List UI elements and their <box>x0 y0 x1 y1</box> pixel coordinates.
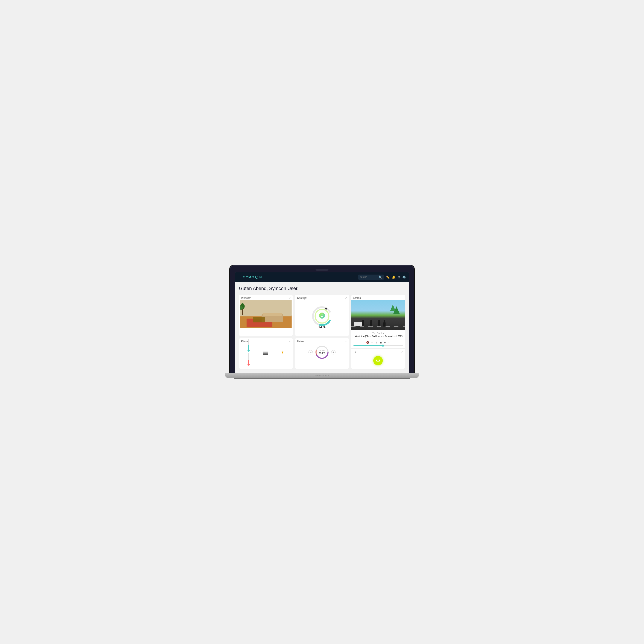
bell-icon[interactable]: 🔔 <box>392 275 395 279</box>
webcam-svg <box>239 300 293 328</box>
laptop-base: MacBook Pro <box>225 373 419 378</box>
figure-3 <box>378 322 380 327</box>
tree-2 <box>390 305 395 311</box>
webcam-image <box>239 300 293 328</box>
road-line <box>351 327 405 327</box>
brand-o-icon <box>255 276 258 279</box>
heizen-card: Heizen ⤢ − <box>295 338 349 369</box>
stereo-title: Stereo <box>353 296 361 299</box>
prev-button[interactable]: ⏮ <box>371 341 374 344</box>
spotlight-card-header: Spotlight ⤢ <box>295 295 349 300</box>
stereo-artist: The Beatles <box>353 332 403 334</box>
progress-bar-track[interactable] <box>353 345 403 346</box>
stereo-expand-icon[interactable]: ⤢ <box>388 341 390 344</box>
laptop-screen: ☰ SYMCN 🔍 ✏️ 🔔 ⊞ ⚙️ <box>230 265 414 373</box>
laptop-foot <box>234 378 410 379</box>
laptop-notch <box>316 269 328 271</box>
edit-icon[interactable]: ✏️ <box>386 275 390 279</box>
heizen-minus-button[interactable]: − <box>308 350 313 354</box>
stop-button[interactable]: ⏹ <box>380 341 382 344</box>
hamburger-icon[interactable]: ☰ <box>238 275 241 279</box>
tv-power-icon: ⏻ <box>376 358 380 363</box>
dashboard-grid: Webcam ⤢ <box>239 295 405 369</box>
spotlight-expand-icon[interactable]: ⤢ <box>345 296 347 299</box>
plissee-card: Plissee ⤢ <box>239 338 293 369</box>
brand-logo: SYMCN <box>243 275 262 279</box>
heizen-title: Heizen <box>297 340 305 343</box>
blind-line-3 <box>263 352 268 352</box>
sun-icon: ☀ <box>281 350 284 355</box>
spotlight-power-button[interactable]: ⏻ <box>319 313 325 319</box>
brand-n-text: N <box>259 275 262 279</box>
greeting-text: Guten Abend, Symcon User. <box>239 286 405 291</box>
navbar-left: ☰ SYMCN <box>238 275 358 279</box>
plissee-bulb2 <box>248 363 250 366</box>
plissee-bar2 <box>248 353 249 364</box>
tv-power-button[interactable]: ⏻ <box>373 356 383 365</box>
pause-button[interactable]: ⏸ <box>375 341 378 344</box>
tv-title: TV <box>353 350 357 353</box>
spotlight-gauge-container: ⏻ 24 % <box>295 300 349 336</box>
laptop-wrapper: ☰ SYMCN 🔍 ✏️ 🔔 ⊞ ⚙️ <box>230 265 414 379</box>
figure-2 <box>370 322 372 327</box>
tv-expand-icon[interactable]: ⤢ <box>401 350 403 353</box>
heizen-temp-display: 19.5°C 20.0°C <box>319 350 325 355</box>
grid-icon[interactable]: ⊞ <box>398 275 400 279</box>
heizen-plus-button[interactable]: + <box>331 350 336 354</box>
stereo-song: I Want You (She's So Heavy) – Remastered… <box>353 335 403 338</box>
blind-line-5 <box>263 354 268 355</box>
webcam-expand-icon[interactable]: ⤢ <box>289 296 291 299</box>
plissee-card-header: Plissee ⤢ <box>239 338 293 344</box>
laptop-model: MacBook Pro <box>315 374 329 377</box>
search-input[interactable] <box>360 276 377 279</box>
figure-4 <box>383 322 386 327</box>
search-icon[interactable]: 🔍 <box>378 275 382 279</box>
search-box[interactable]: 🔍 <box>358 275 384 280</box>
webcam-card: Webcam ⤢ <box>239 295 293 336</box>
heizen-expand-icon[interactable]: ⤢ <box>345 340 347 343</box>
webcam-card-header: Webcam ⤢ <box>239 295 293 300</box>
blind-line-1 <box>263 350 268 350</box>
webcam-title: Webcam <box>241 296 251 299</box>
heizen-card-header: Heizen ⤢ <box>295 338 349 344</box>
stereo-info: The Beatles I Want You (She's So Heavy) … <box>351 330 405 340</box>
screen-content: ☰ SYMCN 🔍 ✏️ 🔔 ⊞ ⚙️ <box>235 272 409 373</box>
blind-line-4 <box>263 353 268 354</box>
navbar: ☰ SYMCN 🔍 ✏️ 🔔 ⊞ ⚙️ <box>235 272 409 282</box>
heizen-target-temp: 19.5°C <box>319 350 325 352</box>
spotlight-gauge: ⏻ <box>310 307 334 324</box>
stereo-card: Stereo <box>351 295 405 369</box>
plissee-expand-icon[interactable]: ⤢ <box>289 340 291 343</box>
plissee-bulb <box>248 349 250 352</box>
main-content: Guten Abend, Symcon User. Webcam ⤢ <box>235 282 409 373</box>
settings-icon[interactable]: ⚙️ <box>402 275 406 279</box>
mute-button[interactable]: 🔇 <box>366 341 369 344</box>
svg-point-12 <box>325 308 327 310</box>
tv-section: TV ⤢ ⏻ <box>351 348 405 369</box>
progress-knob[interactable] <box>382 345 384 347</box>
spotlight-power-icon: ⏻ <box>320 314 323 317</box>
stereo-image <box>351 300 405 330</box>
blind-line-2 <box>263 351 268 351</box>
plissee-temp-visual <box>248 339 250 366</box>
heizen-content: − 19.5°C 20.0°C <box>295 344 349 361</box>
progress-bar-fill <box>353 345 383 346</box>
plissee-content: ☀ <box>239 344 293 361</box>
spotlight-title: Spotlight <box>297 296 307 299</box>
navbar-right: 🔍 ✏️ 🔔 ⊞ ⚙️ <box>358 275 406 280</box>
svg-point-8 <box>240 306 243 310</box>
heizen-current-temp: 20.0°C <box>319 352 325 355</box>
spotlight-card: Spotlight ⤢ <box>295 295 349 336</box>
progress-bar-wrap <box>351 345 405 348</box>
svg-rect-5 <box>253 317 265 322</box>
tv-content: ⏻ <box>353 354 403 367</box>
brand-text: SYMC <box>243 275 254 279</box>
stereo-card-header: Stereo <box>351 295 405 300</box>
plissee-bar <box>248 339 249 350</box>
tv-card-header: TV ⤢ <box>353 349 403 354</box>
car <box>354 322 362 326</box>
stereo-controls: 🔇 ⏮ ⏸ ⏹ ⏭ ⤢ <box>351 340 405 345</box>
heizen-temp-dial: 19.5°C 20.0°C <box>314 345 330 360</box>
blind-lines <box>263 350 268 355</box>
next-button[interactable]: ⏭ <box>384 341 386 344</box>
